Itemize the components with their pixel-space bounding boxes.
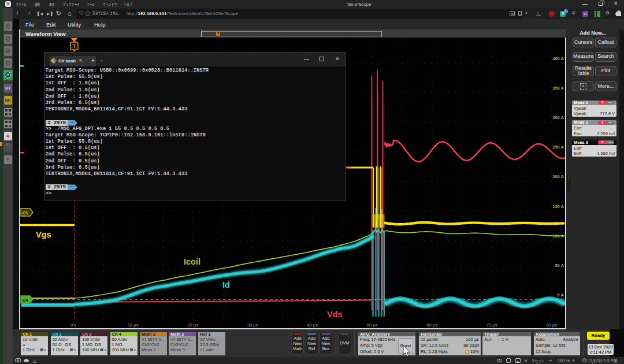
svg-text:Id: Id bbox=[222, 280, 230, 289]
svg-text:Vgs: Vgs bbox=[36, 230, 51, 239]
svg-text:0's: 0's bbox=[70, 322, 76, 328]
svg-text:200 A: 200 A bbox=[552, 174, 564, 179]
svg-text:60 µs: 60 µs bbox=[426, 322, 437, 328]
svg-text:50 µs: 50 µs bbox=[367, 322, 378, 328]
svg-text:50 A: 50 A bbox=[555, 263, 564, 268]
svg-text:10 µs: 10 µs bbox=[128, 322, 139, 328]
svg-text:T: T bbox=[73, 43, 76, 49]
svg-text:20 µs: 20 µs bbox=[187, 322, 198, 328]
svg-text:400 A: 400 A bbox=[552, 56, 564, 61]
svg-text:Icoil: Icoil bbox=[184, 257, 200, 266]
svg-text:30 µs: 30 µs bbox=[247, 322, 258, 328]
svg-text:350 A: 350 A bbox=[552, 86, 564, 91]
svg-text:40 µs: 40 µs bbox=[307, 322, 318, 328]
svg-text:250 A: 250 A bbox=[552, 144, 564, 150]
svg-text:80 µs: 80 µs bbox=[546, 322, 557, 328]
svg-text:300 A: 300 A bbox=[552, 115, 564, 120]
svg-text:C1: C1 bbox=[22, 210, 28, 216]
svg-text:70 µs: 70 µs bbox=[486, 322, 497, 328]
svg-text:150 A: 150 A bbox=[552, 204, 564, 209]
svg-text:Vds: Vds bbox=[327, 310, 343, 319]
svg-text:C4: C4 bbox=[22, 298, 28, 303]
